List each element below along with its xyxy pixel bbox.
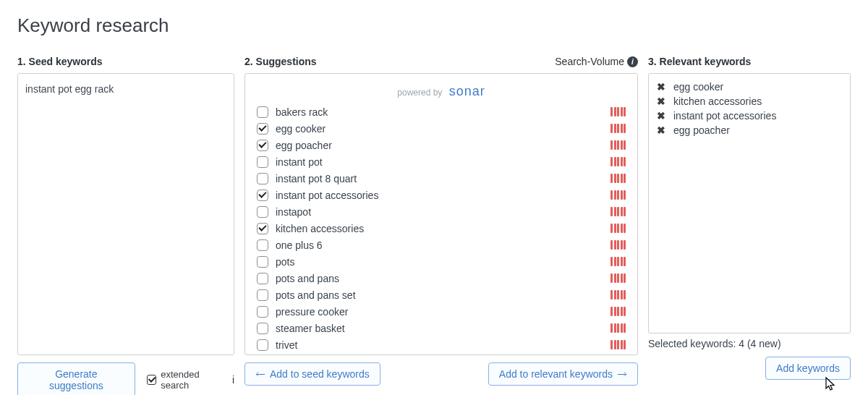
volume-bars	[610, 107, 626, 116]
add-to-relevant-label: Add to relevant keywords	[499, 368, 613, 380]
seed-box: instant pot egg rack	[17, 73, 234, 355]
suggestion-checkbox[interactable]	[257, 306, 268, 318]
powered-by: powered by sonar	[245, 74, 637, 103]
volume-bars	[610, 323, 626, 333]
arrow-right-icon: 🡒	[617, 368, 627, 380]
add-to-seed-label: Add to seed keywords	[270, 368, 370, 380]
suggestion-label: steamer basket	[276, 323, 603, 334]
suggestion-label: egg cooker	[276, 123, 603, 135]
volume-bars	[610, 124, 626, 133]
remove-icon[interactable]: ✖	[656, 110, 666, 122]
relevant-box: ✖egg cooker✖kitchen accessories✖instant …	[648, 73, 851, 334]
suggestions-scroll[interactable]: powered by sonar bakers rackegg cookereg…	[245, 74, 637, 354]
suggestion-label: kitchen accessories	[276, 223, 603, 234]
relevant-label: kitchen accessories	[673, 95, 762, 107]
relevant-scroll[interactable]: ✖egg cooker✖kitchen accessories✖instant …	[649, 74, 850, 333]
suggestion-row: pressure cooker	[245, 303, 637, 320]
relevant-label: egg cooker	[673, 81, 723, 93]
suggestion-label: pots and pans	[276, 273, 603, 284]
arrow-left-icon: 🡐	[255, 368, 265, 380]
suggestion-label: one plus 6	[276, 239, 603, 251]
suggestion-row: bakers rack	[245, 103, 637, 120]
suggestion-row: pots	[245, 253, 637, 270]
suggestion-checkbox[interactable]	[257, 156, 268, 168]
suggestion-row: kitchen accessories	[245, 220, 637, 237]
suggestion-checkbox[interactable]	[257, 223, 268, 234]
relevant-label: egg poacher	[673, 124, 730, 136]
suggestion-row: steamer basket	[245, 320, 637, 336]
suggestion-label: pots	[276, 256, 603, 268]
suggestion-row: instapot	[245, 203, 637, 220]
suggestion-checkbox[interactable]	[257, 123, 268, 135]
relevant-row: ✖instant pot accessories	[656, 109, 843, 123]
add-keywords-button[interactable]: Add keywords	[765, 357, 851, 380]
volume-bars	[610, 273, 626, 283]
relevant-header: 3. Relevant keywords	[648, 56, 751, 67]
add-to-relevant-button[interactable]: Add to relevant keywords 🡒	[488, 362, 638, 386]
suggestion-checkbox[interactable]	[257, 206, 268, 218]
suggestion-checkbox[interactable]	[257, 323, 268, 334]
volume-bars	[610, 207, 626, 216]
volume-bars	[610, 340, 626, 349]
suggestion-label: instant pot	[276, 156, 603, 168]
suggestion-row: instant pot accessories	[245, 187, 637, 203]
suggestion-checkbox[interactable]	[257, 140, 268, 151]
remove-icon[interactable]: ✖	[656, 81, 666, 93]
seed-column: 1. Seed keywords instant pot egg rack Ge…	[17, 54, 234, 395]
relevant-column: 3. Relevant keywords ✖egg cooker✖kitchen…	[648, 54, 851, 395]
volume-bars	[610, 307, 626, 316]
remove-icon[interactable]: ✖	[656, 95, 666, 107]
suggestion-row: pots and pans set	[245, 286, 637, 303]
volume-bars	[610, 290, 626, 300]
columns: 1. Seed keywords instant pot egg rack Ge…	[17, 54, 851, 395]
suggestions-box: powered by sonar bakers rackegg cookereg…	[244, 73, 638, 355]
suggestion-row: trivet	[245, 336, 637, 353]
relevant-row: ✖kitchen accessories	[656, 94, 843, 109]
add-to-seed-button[interactable]: 🡐 Add to seed keywords	[244, 362, 380, 386]
info-icon[interactable]: i	[627, 56, 638, 67]
remove-icon[interactable]: ✖	[656, 124, 666, 136]
suggestion-checkbox[interactable]	[257, 173, 268, 184]
suggestions-header: 2. Suggestions	[244, 56, 317, 67]
suggestion-label: egg poacher	[276, 140, 603, 151]
suggestion-label: pots and pans set	[276, 289, 603, 301]
suggestion-row: pots and pans	[245, 270, 637, 286]
suggestion-row: egg cooker	[245, 120, 637, 137]
suggestion-checkbox[interactable]	[257, 190, 268, 201]
extended-search-label: extended search	[161, 369, 228, 391]
suggestion-row: instant pot	[245, 153, 637, 170]
suggestion-checkbox[interactable]	[257, 273, 268, 284]
page-title: Keyword research	[17, 14, 851, 37]
volume-bars	[610, 190, 626, 200]
relevant-label: instant pot accessories	[673, 110, 776, 122]
suggestion-row: one plus 6	[245, 237, 637, 253]
relevant-row: ✖egg cooker	[656, 80, 843, 94]
suggestion-row: instant pot 8 quart	[245, 170, 637, 187]
relevant-row: ✖egg poacher	[656, 123, 843, 137]
suggestions-column: 2. Suggestions Search-Volume i powered b…	[244, 54, 638, 395]
suggestion-checkbox[interactable]	[257, 106, 268, 118]
search-volume-label: Search-Volume	[555, 56, 624, 67]
suggestion-checkbox[interactable]	[257, 289, 268, 301]
generate-suggestions-button[interactable]: Generate suggestions	[17, 362, 135, 395]
info-icon[interactable]: i	[232, 374, 234, 386]
volume-bars	[610, 240, 626, 250]
volume-bars	[610, 257, 626, 266]
seed-textarea[interactable]: instant pot egg rack	[18, 74, 234, 354]
suggestion-row: egg poacher	[245, 137, 637, 153]
volume-bars	[610, 140, 626, 150]
seed-header: 1. Seed keywords	[17, 56, 103, 67]
volume-bars	[610, 174, 626, 183]
powered-by-prefix: powered by	[397, 88, 442, 98]
suggestion-label: pressure cooker	[276, 306, 603, 318]
suggestion-label: instant pot 8 quart	[276, 173, 603, 184]
extended-search-wrap: extended search i	[147, 369, 234, 391]
volume-bars	[610, 224, 626, 233]
suggestion-label: instapot	[276, 206, 603, 218]
powered-by-brand: sonar	[449, 84, 485, 98]
suggestion-checkbox[interactable]	[257, 239, 268, 251]
suggestion-checkbox[interactable]	[257, 256, 268, 268]
suggestion-checkbox[interactable]	[257, 339, 268, 351]
suggestion-label: bakers rack	[276, 106, 603, 118]
extended-search-checkbox[interactable]	[147, 375, 157, 385]
